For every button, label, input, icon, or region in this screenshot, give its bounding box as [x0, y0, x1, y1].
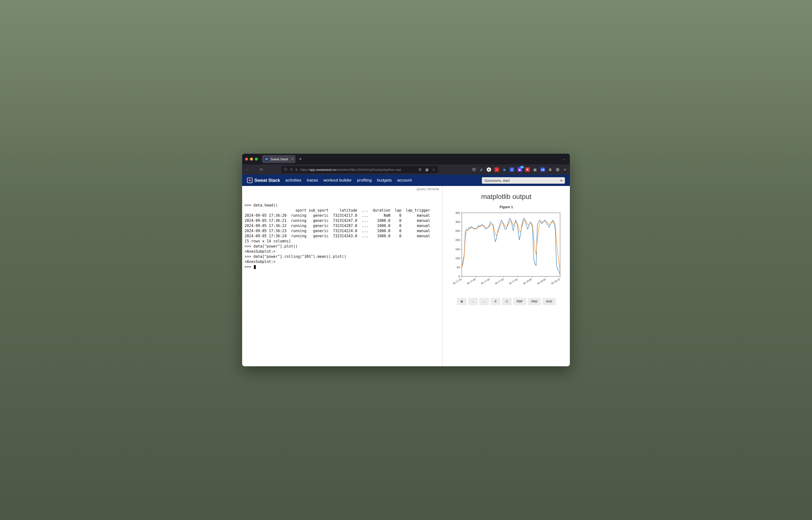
nav-activities[interactable]: activities: [286, 178, 301, 183]
reload-button[interactable]: ⟳: [260, 167, 263, 172]
browser-tab[interactable]: Sweat Stack ×: [262, 155, 295, 163]
mpl-forward-button[interactable]: →: [479, 298, 489, 305]
repl-output: >>> data.head() sport sub_sport latitude…: [245, 203, 440, 269]
split-pane: jQuery Terminal >>> data.head() sport su…: [242, 186, 570, 366]
ext-red2-icon[interactable]: ⚑: [525, 167, 530, 172]
shield-icon: [284, 167, 287, 172]
ext-a-icon[interactable]: A: [487, 167, 491, 172]
svg-rect-0: [265, 158, 268, 160]
back-button[interactable]: ←: [245, 167, 249, 172]
svg-text:05 18:00: 05 18:00: [523, 278, 533, 285]
svg-text:05 17:55: 05 17:55: [509, 278, 518, 285]
user-select[interactable]: Goossens, Aart: [482, 177, 565, 184]
maximize-window-button[interactable]: [255, 158, 258, 160]
tabs-overflow-button[interactable]: ⌄: [563, 157, 565, 161]
plot-pane: matplotlib output Figure 1 0501001502002…: [443, 186, 570, 366]
browser-window: Sweat Stack × + ⌄ ← → ⟳ ⚙ https://app.sw…: [242, 154, 570, 366]
svg-text:350: 350: [456, 211, 460, 214]
reader-icon[interactable]: ☰: [418, 167, 422, 172]
svg-text:05 17:40: 05 17:40: [466, 278, 476, 285]
terminal-label: jQuery Terminal: [417, 187, 439, 191]
svg-text:150: 150: [456, 248, 460, 251]
mpl-pan-button[interactable]: [491, 298, 500, 305]
brand-icon: [247, 178, 252, 183]
nav-account[interactable]: account: [397, 178, 412, 183]
svg-text:05 17:45: 05 17:45: [481, 278, 490, 285]
address-actions: ☰ ▦ ☆: [418, 167, 436, 172]
profile-icon[interactable]: [556, 167, 560, 172]
nav-budgets[interactable]: budgets: [377, 178, 392, 183]
ext-translate-icon[interactable]: Aあ: [541, 167, 545, 172]
svg-text:05 18:05: 05 18:05: [537, 278, 546, 285]
extension-icons: A • ◉ U ◆ ⚑ ▦ Aあ ≡: [472, 167, 567, 172]
svg-text:05 17:50: 05 17:50: [495, 278, 504, 285]
mpl-pdf-button[interactable]: PDF: [513, 298, 526, 305]
line-chart: 05010015020025030035005 17:3505 17:4005 …: [450, 210, 563, 291]
svg-text:50: 50: [457, 266, 460, 269]
nav-profiling[interactable]: profiling: [357, 178, 372, 183]
tab-favicon: [265, 157, 269, 161]
svg-text:05 17:35: 05 17:35: [452, 278, 462, 285]
svg-text:200: 200: [456, 238, 460, 241]
mpl-home-button[interactable]: [457, 298, 467, 305]
svg-text:250: 250: [456, 230, 460, 232]
titlebar: Sweat Stack × + ⌄: [242, 154, 570, 164]
minimize-window-button[interactable]: [250, 158, 253, 160]
svg-text:05 18:10: 05 18:10: [551, 278, 561, 285]
address-bar[interactable]: ⚙ https://app.sweatstack.no/activities/3…: [281, 166, 438, 173]
extensions-icon[interactable]: [548, 167, 552, 172]
mpl-zoom-button[interactable]: [502, 298, 512, 305]
wrench-icon[interactable]: [479, 167, 483, 172]
python-repl[interactable]: jQuery Terminal >>> data.head() sport su…: [242, 186, 443, 366]
ext-red-icon[interactable]: •: [495, 167, 499, 172]
bookmark-star-icon[interactable]: ☆: [432, 167, 436, 172]
ext-grid-icon[interactable]: ▦: [533, 167, 537, 172]
tab-title: Sweat Stack: [271, 157, 288, 161]
ext-purple-icon[interactable]: ◆: [518, 167, 522, 172]
svg-text:0: 0: [458, 275, 460, 278]
svg-point-39: [506, 300, 508, 302]
browser-toolbar: ← → ⟳ ⚙ https://app.sweatstack.no/activi…: [242, 164, 570, 175]
plot-heading: matplotlib output: [481, 193, 531, 201]
pocket-icon[interactable]: [472, 167, 476, 172]
mpl-back-button[interactable]: ←: [468, 298, 478, 305]
close-window-button[interactable]: [245, 158, 248, 160]
nav-workout-builder[interactable]: workout builder: [324, 178, 352, 183]
svg-rect-6: [462, 213, 560, 276]
tab-close-button[interactable]: ×: [292, 157, 294, 161]
qr-icon[interactable]: ▦: [425, 167, 429, 172]
figure-title: Figure 1: [500, 205, 513, 209]
brand[interactable]: Sweat Stack: [247, 178, 280, 183]
user-select-value: Goossens, Aart: [485, 178, 510, 183]
svg-point-3: [557, 169, 558, 170]
brand-text: Sweat Stack: [254, 178, 280, 183]
ext-u-icon[interactable]: U: [510, 167, 514, 172]
menu-icon[interactable]: ≡: [563, 167, 567, 172]
nav-traces[interactable]: traces: [307, 178, 318, 183]
site-header: Sweat Stack activities traces workout bu…: [242, 175, 570, 186]
svg-rect-1: [291, 169, 292, 170]
permissions-icon: ⚙: [295, 168, 298, 171]
mpl-toolbar: ← → PDF PNG SVG: [457, 298, 556, 305]
svg-text:100: 100: [456, 257, 460, 260]
page-content: Sweat Stack activities traces workout bu…: [242, 175, 570, 366]
ext-globe-icon[interactable]: ◉: [502, 167, 506, 172]
mpl-png-button[interactable]: PNG: [528, 298, 541, 305]
url-text: https://app.sweatstack.no/activities/3Bc…: [300, 168, 401, 172]
mpl-svg-button[interactable]: SVG: [542, 298, 556, 305]
new-tab-button[interactable]: +: [299, 157, 302, 161]
window-controls: [245, 158, 258, 160]
svg-point-5: [249, 180, 250, 181]
lock-icon: [290, 168, 293, 172]
forward-button[interactable]: →: [252, 167, 256, 172]
svg-text:300: 300: [456, 220, 460, 223]
